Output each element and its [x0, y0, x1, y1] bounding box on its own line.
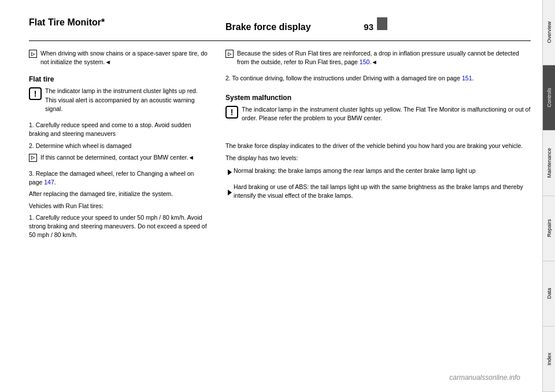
runflat-step1: 1. Carefully reduce your speed to under …: [29, 213, 208, 240]
brake-level-2: Hard braking or use of ABS: the tail lam…: [228, 183, 531, 203]
system-malfunction-block: ! The indicator lamp in the instrument c…: [225, 105, 531, 125]
note-triangle-1: ▷: [31, 51, 35, 57]
brake-title: Brake force display: [225, 22, 311, 32]
watermark: carmanualssonline.info: [449, 373, 520, 382]
note-icon-1: ▷: [29, 50, 37, 58]
brake-intro: The brake force display indicates to the…: [225, 142, 531, 150]
malfunction-symbol: !: [231, 108, 234, 117]
right-area: ▷ Because the sides of Run Flat tires ar…: [225, 49, 531, 380]
left-column: ▷ When driving with snow chains or a spa…: [29, 49, 208, 380]
left-section-header: Flat Tire Monitor*: [29, 17, 208, 40]
content-columns: ▷ When driving with snow chains or a spa…: [29, 49, 531, 380]
sidebar-tab-controls[interactable]: Controls: [543, 65, 555, 131]
note-triangle-3: ▷: [228, 51, 231, 57]
step2-left: 2. Determine which wheel is damaged: [29, 142, 208, 150]
sidebar-tab-overview[interactable]: Overview: [543, 0, 555, 65]
cannot-determine-text: If this cannot be determined, contact yo…: [40, 153, 194, 162]
sidebar-tab-overview-label: Overview: [546, 21, 552, 43]
right-section-header: Brake force display 93: [225, 17, 387, 40]
brake-two-levels: The display has two levels:: [225, 154, 531, 162]
sidebar-tab-repairs-label: Repairs: [546, 219, 552, 237]
flat-tire-title: Flat Tire Monitor*: [29, 17, 208, 28]
vehicles-runflat-label: Vehicles with Run Flat tires:: [29, 202, 208, 210]
snow-chain-text: When driving with snow chains or a space…: [40, 49, 208, 66]
warning-symbol: !: [34, 89, 37, 98]
run-flat-text: Because the sides of Run Flat tires are …: [237, 49, 531, 66]
page-link-151[interactable]: 151: [462, 75, 472, 82]
page-link-150[interactable]: 150: [360, 58, 370, 65]
sidebar-tab-data[interactable]: Data: [543, 261, 555, 327]
after-replacing-text: After replacing the damaged tire, initia…: [29, 190, 208, 198]
sidebar-tab-index[interactable]: Index: [543, 327, 555, 392]
step3: 3. Replace the damaged wheel, refer to C…: [29, 169, 208, 187]
top-divider: [29, 40, 531, 41]
main-content: Flat Tire Monitor* Brake force display 9…: [0, 0, 542, 392]
step1: 1. Carefully reduce speed and come to a …: [29, 121, 208, 138]
page-number: 93: [364, 22, 373, 32]
brake-level-1-text: Normal braking: the brake lamps among th…: [234, 167, 475, 175]
sidebar-tab-repairs[interactable]: Repairs: [543, 196, 555, 261]
brake-title-row: Brake force display 93: [225, 17, 387, 40]
brake-levels: Normal braking: the brake lamps among th…: [228, 167, 531, 206]
bullet-icon-2: [228, 190, 232, 195]
sidebar-tab-controls-label: Controls: [546, 88, 552, 108]
cannot-determine-note: ▷ If this cannot be determined, contact …: [29, 153, 208, 165]
malfunction-icon: !: [225, 106, 238, 119]
spacer: [225, 130, 531, 142]
warning-icon: !: [29, 87, 42, 100]
brake-level-1: Normal braking: the brake lamps among th…: [228, 167, 475, 178]
page-link-147[interactable]: 147: [44, 179, 54, 186]
sidebar-tab-data-label: Data: [546, 288, 552, 299]
brake-level-2-text: Hard braking or use of ABS: the tail lam…: [234, 183, 531, 200]
note-icon-2: ▷: [29, 154, 37, 162]
sidebar-tab-maintenance[interactable]: Maintenance: [543, 131, 555, 196]
sidebar-tab-maintenance-label: Maintenance: [546, 148, 552, 178]
step2-right: 2. To continue driving, follow the instr…: [225, 74, 531, 83]
flat-tire-subtitle: Flat tire: [29, 75, 208, 83]
bullet-icon-1: [228, 169, 232, 175]
note-triangle-2: ▷: [31, 155, 35, 160]
right-sidebar: Overview Controls Maintenance Repairs Da…: [542, 0, 555, 392]
sidebar-tab-index-label: Index: [546, 353, 552, 365]
snow-chain-note: ▷ When driving with snow chains or a spa…: [29, 49, 208, 69]
system-malfunction-title: System malfunction: [225, 94, 531, 102]
note-icon-3: ▷: [225, 50, 234, 58]
indicator-block: ! The indicator lamp in the instrument c…: [29, 87, 208, 116]
page-container: Flat Tire Monitor* Brake force display 9…: [0, 0, 555, 392]
run-flat-note: ▷ Because the sides of Run Flat tires ar…: [225, 49, 531, 69]
indicator-text: The indicator lamp in the instrument clu…: [45, 87, 208, 113]
malfunction-text: The indicator lamp in the instrument clu…: [242, 105, 531, 123]
columns-header: Flat Tire Monitor* Brake force display 9…: [29, 17, 531, 40]
